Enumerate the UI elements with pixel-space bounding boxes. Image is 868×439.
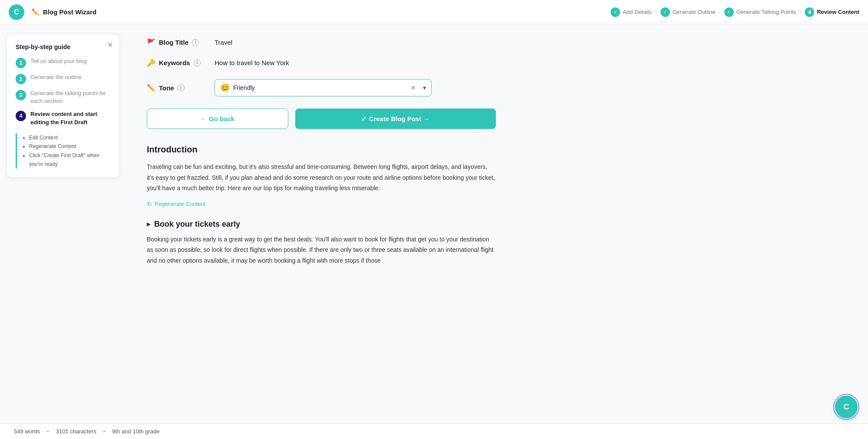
wizard-icon: ✏️	[31, 8, 40, 16]
step-num-review: 4	[805, 7, 814, 17]
section2-title: Book your tickets early	[154, 220, 240, 229]
keywords-label: 🔑 Keywords i	[147, 59, 208, 67]
step-generate-talking-points[interactable]: ✓ Generate Talking Points	[724, 7, 796, 17]
chat-button[interactable]: C	[835, 396, 858, 418]
sidebar: Step-by-step guide ✕ 1 Tell us about you…	[0, 24, 126, 439]
guide-step-3: 3 Generate the talking points for each s…	[16, 89, 110, 105]
regen-content-text: Regenerate Content	[155, 201, 205, 207]
wizard-steps: ✓ Add Details › ✓ Generate Outline › ✓ G…	[611, 7, 859, 17]
status-bar: 549 words • 3101 characters • 9th and 10…	[0, 423, 868, 439]
tone-emoji: 😊	[220, 83, 230, 92]
create-blog-post-button[interactable]: ✓ Create Blog Post →	[295, 109, 496, 129]
blog-title-value: Travel	[215, 39, 232, 46]
key-icon: 🔑	[147, 59, 155, 67]
step-add-details[interactable]: ✓ Add Details	[611, 7, 651, 17]
guide-step-num-2: 2	[16, 74, 26, 84]
blog-title-row: 🚩 Blog Title i Travel	[147, 38, 496, 46]
status-dot-1: •	[47, 428, 49, 435]
step-label-review: Review Content	[817, 9, 859, 15]
step-label-generate-outline: Generate Outline	[673, 9, 716, 15]
guide-step-text-2: Generate the outline	[30, 73, 82, 81]
blog-title-label-text: Blog Title	[159, 39, 188, 46]
guide-step-num-3: 3	[16, 90, 26, 100]
top-nav: C ✏️ Blog Post Wizard ✓ Add Details › ✓ …	[0, 0, 868, 24]
introduction-body: Traveling can be fun and exciting, but i…	[147, 162, 496, 194]
guide-step-num-4: 4	[16, 111, 26, 121]
word-count: 549 words	[14, 428, 40, 435]
guide-step-text-4: Review content and start editing the Fir…	[30, 110, 110, 126]
step-review-content[interactable]: 4 Review Content	[805, 7, 859, 17]
step-arrow-2: ›	[719, 9, 721, 15]
tone-label-text: Tone	[159, 84, 174, 92]
tone-dropdown-arrow[interactable]: ▾	[423, 84, 426, 91]
guide-detail-3: Click "Create First Draft" when you're r…	[29, 151, 110, 169]
guide-steps-list: 1 Tell us about your blog 2 Generate the…	[16, 57, 110, 126]
guide-detail-2: Regenerate Content	[29, 142, 110, 151]
go-back-button[interactable]: ← Go back	[147, 109, 288, 129]
status-dot-2: •	[103, 428, 106, 435]
tone-icon: ✏️	[147, 84, 155, 92]
guide-close-button[interactable]: ✕	[107, 41, 113, 49]
guide-step-1: 1 Tell us about your blog	[16, 57, 110, 68]
tone-clear-button[interactable]: ✕	[411, 84, 416, 91]
guide-step-text-1: Tell us about your blog	[30, 57, 87, 65]
char-count: 3101 characters	[56, 428, 96, 435]
action-buttons-row: ← Go back ✓ Create Blog Post →	[147, 109, 496, 129]
tone-text: Friendly	[233, 84, 407, 91]
keywords-label-text: Keywords	[159, 59, 190, 66]
flag-icon: 🚩	[147, 38, 155, 46]
regen-content-link[interactable]: ↻ Regenerate Content	[147, 201, 496, 208]
blog-title-info-icon[interactable]: i	[192, 39, 199, 46]
step-arrow-1: ›	[655, 9, 657, 15]
step-label-talking-points: Generate Talking Points	[736, 9, 796, 15]
tone-info-icon[interactable]: i	[178, 84, 185, 91]
keywords-value: How to travel to New York	[215, 59, 289, 66]
content-area: 🚩 Blog Title i Travel 🔑 Keywords i How t…	[126, 24, 517, 439]
step-generate-outline[interactable]: ✓ Generate Outline	[660, 7, 716, 17]
main-layout: Step-by-step guide ✕ 1 Tell us about you…	[0, 24, 868, 439]
nav-logo: C	[9, 4, 24, 20]
step-check-add-details: ✓	[611, 7, 620, 17]
blog-title-label: 🚩 Blog Title i	[147, 38, 208, 46]
wizard-title-text: Blog Post Wizard	[43, 8, 96, 16]
guide-step-2: 2 Generate the outline	[16, 73, 110, 84]
guide-step-num-1: 1	[16, 58, 26, 68]
guide-step-4: 4 Review content and start editing the F…	[16, 110, 110, 126]
grade-level: 9th and 10th grade	[112, 428, 159, 435]
keywords-row: 🔑 Keywords i How to travel to New York	[147, 59, 496, 67]
guide-title: Step-by-step guide	[16, 43, 110, 50]
introduction-title: Introduction	[147, 145, 496, 155]
step-arrow-3: ›	[799, 9, 801, 15]
section2-body: Booking your tickets early is a great wa…	[147, 234, 496, 266]
step-guide-card: Step-by-step guide ✕ 1 Tell us about you…	[7, 35, 119, 177]
guide-step-text-3: Generate the talking points for each sec…	[30, 89, 110, 105]
regen-icon: ↻	[147, 201, 152, 208]
collapse-arrow-icon: ▶	[147, 221, 151, 227]
step-check-generate-outline: ✓	[660, 7, 670, 17]
guide-detail-1: Edit Content	[29, 133, 110, 142]
keywords-info-icon[interactable]: i	[194, 59, 201, 66]
section2-collapse[interactable]: ▶ Book your tickets early	[147, 220, 496, 229]
active-step-details: Edit Content Regenerate Content Click "C…	[16, 133, 110, 169]
wizard-title: ✏️ Blog Post Wizard	[31, 8, 96, 16]
tone-row: ✏️ Tone i 😊 Friendly ✕ ▾	[147, 79, 496, 96]
step-label-add-details: Add Details	[623, 9, 651, 15]
tone-label: ✏️ Tone i	[147, 84, 208, 92]
step-check-talking-points: ✓	[724, 7, 734, 17]
tone-select[interactable]: 😊 Friendly ✕ ▾	[215, 79, 432, 96]
